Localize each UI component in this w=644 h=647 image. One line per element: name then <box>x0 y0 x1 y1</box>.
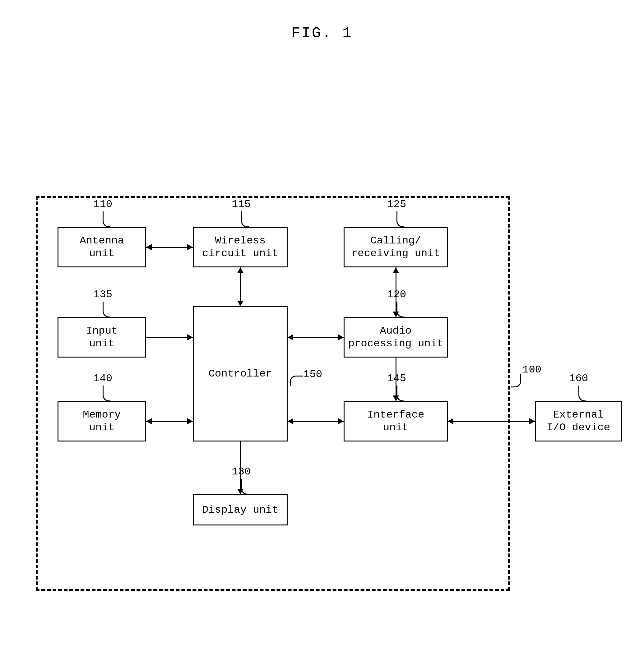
block-external: ExternalI/O device <box>535 401 622 441</box>
ah-audio-interface <box>393 396 399 401</box>
ref-110: 110 <box>93 198 112 210</box>
ref-140: 140 <box>93 372 112 384</box>
ref-115: 115 <box>232 198 251 210</box>
ref-120: 120 <box>387 289 406 300</box>
block-calling: Calling/receiving unit <box>344 227 448 267</box>
block-controller: Controller <box>193 306 288 441</box>
tick-125 <box>397 211 404 227</box>
ref-100: 100 <box>522 364 542 376</box>
label-interface: Interfaceunit <box>367 409 424 434</box>
block-antenna: Antennaunit <box>58 227 146 267</box>
tick-110 <box>102 211 111 227</box>
block-input: Inputunit <box>58 317 146 358</box>
tick-115 <box>241 211 249 227</box>
tick-150 <box>290 376 303 386</box>
ah-antenna-wireless-r <box>187 244 193 250</box>
ah-calling-audio-d <box>393 311 399 317</box>
label-memory: Memoryunit <box>83 409 121 434</box>
block-audio: Audioprocessing unit <box>344 317 448 358</box>
label-controller: Controller <box>208 367 272 380</box>
arrow-controller-audio <box>288 337 344 338</box>
ah-controller-interface-l <box>288 418 293 424</box>
tick-100 <box>511 374 521 387</box>
ah-memory-controller-r <box>187 418 193 424</box>
block-wireless: Wirelesscircuit unit <box>193 227 288 267</box>
ah-controller-audio-r <box>338 334 344 341</box>
ah-memory-controller-l <box>146 418 152 424</box>
arrow-interface-external <box>448 421 535 422</box>
tick-140 <box>102 385 111 402</box>
ref-160: 160 <box>569 372 588 384</box>
figure-title: FIG. 1 <box>0 25 644 42</box>
arrow-memory-controller <box>146 421 193 422</box>
ah-antenna-wireless-l <box>146 244 152 250</box>
arrow-antenna-wireless <box>146 247 193 248</box>
ref-145: 145 <box>387 372 406 384</box>
ref-150: 150 <box>303 368 322 380</box>
label-display: Display unit <box>202 504 278 516</box>
label-input: Inputunit <box>86 325 118 350</box>
ah-controller-interface-r <box>338 418 344 424</box>
ah-input-controller <box>187 334 193 341</box>
figure-canvas: FIG. 1 100 Antennaunit 110 Wirelesscircu… <box>0 0 644 647</box>
block-memory: Memoryunit <box>58 401 146 441</box>
ah-wireless-controller-d <box>237 301 243 306</box>
arrow-audio-interface <box>396 358 397 401</box>
block-interface: Interfaceunit <box>344 401 448 441</box>
label-antenna: Antennaunit <box>80 234 124 260</box>
tick-135 <box>102 302 111 317</box>
label-wireless: Wirelesscircuit unit <box>202 234 278 260</box>
ah-calling-audio-u <box>393 267 399 273</box>
block-display: Display unit <box>193 494 288 525</box>
label-external: ExternalI/O device <box>547 409 610 434</box>
arrow-controller-interface <box>288 421 344 422</box>
tick-160 <box>578 385 586 402</box>
arrow-input-controller <box>146 337 193 338</box>
ah-controller-audio-l <box>288 334 293 341</box>
ah-interface-external-l <box>448 418 453 424</box>
ref-125: 125 <box>387 198 406 210</box>
label-calling: Calling/receiving unit <box>351 234 440 260</box>
ah-interface-external-r <box>529 418 535 424</box>
ref-135: 135 <box>93 289 112 300</box>
ah-controller-display <box>237 489 243 494</box>
label-audio: Audioprocessing unit <box>348 325 443 350</box>
arrow-calling-audio <box>396 267 397 317</box>
ah-wireless-controller-u <box>237 267 243 273</box>
arrow-controller-display <box>240 441 241 494</box>
ref-130: 130 <box>232 466 251 478</box>
